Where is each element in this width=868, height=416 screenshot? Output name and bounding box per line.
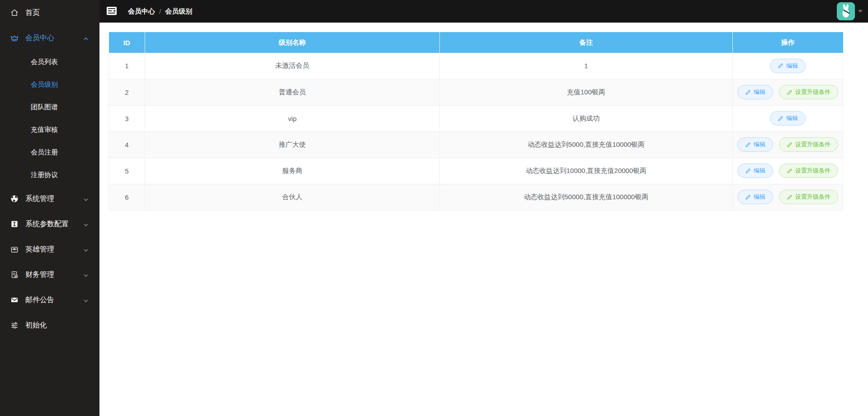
table-row: 3 vip 认购成功 编辑 xyxy=(109,105,843,131)
sidebar-item-label: 会员列表 xyxy=(31,58,58,66)
avatar[interactable] xyxy=(837,2,855,20)
sidebar-item-label: 邮件公告 xyxy=(25,295,54,305)
table-row: 2 普通会员 充值100银两 编辑 设置升级条件 xyxy=(109,79,843,105)
edit-icon xyxy=(745,89,751,95)
edit-icon xyxy=(745,194,751,200)
set-upgrade-condition-button[interactable]: 设置升级条件 xyxy=(779,190,838,204)
sidebar-item-mail-notice[interactable]: 邮件公告 xyxy=(0,287,99,313)
sidebar-item-home[interactable]: 首页 xyxy=(0,0,99,25)
edit-icon xyxy=(787,142,793,148)
sidebar-item-label: 注册协议 xyxy=(31,171,58,179)
mail-icon xyxy=(10,295,19,304)
table-row: 4 推广大使 动态收益达到5000,直接充值10000银两 编辑 设置升级条件 xyxy=(109,131,843,158)
cell-id: 1 xyxy=(109,53,145,79)
dropdown-caret-icon[interactable] xyxy=(858,10,863,13)
set-upgrade-condition-button[interactable]: 设置升级条件 xyxy=(779,164,838,178)
sidebar-item-register-agreement[interactable]: 注册协议 xyxy=(0,164,99,186)
cell-level-name: 合伙人 xyxy=(145,184,440,210)
edit-icon xyxy=(787,194,793,200)
sidebar-item-label: 系统管理 xyxy=(25,194,54,204)
edit-icon xyxy=(745,142,751,148)
sidebar-item-member-center[interactable]: 会员中心 xyxy=(0,25,99,51)
sidebar-item-label: 系统参数配置 xyxy=(25,220,69,229)
edit-icon xyxy=(787,168,793,174)
sidebar-item-system-params[interactable]: 系统参数配置 xyxy=(0,211,99,237)
sidebar-item-finance-management[interactable]: 财务管理 xyxy=(0,262,99,287)
sidebar-item-member-list[interactable]: 会员列表 xyxy=(0,51,99,73)
breadcrumb-item[interactable]: 会员中心 xyxy=(128,7,155,16)
home-icon xyxy=(10,8,19,17)
edit-button[interactable]: 编辑 xyxy=(770,59,806,73)
table-row: 1 未激活会员 1 编辑 xyxy=(109,53,843,79)
column-header-id: ID xyxy=(109,32,145,53)
crown-icon xyxy=(10,33,19,42)
edit-icon xyxy=(787,89,793,95)
edit-icon xyxy=(778,116,783,122)
column-header-actions: 操作 xyxy=(733,32,843,53)
cell-level-name: 未激活会员 xyxy=(145,53,440,79)
cell-remark: 充值100银两 xyxy=(440,79,733,105)
edit-button[interactable]: 编辑 xyxy=(737,137,773,152)
sidebar-item-label: 会员中心 xyxy=(25,33,54,43)
finance-doc-icon xyxy=(10,270,19,279)
sidebar-item-label: 会员级别 xyxy=(31,80,58,89)
globe-icon xyxy=(10,194,19,203)
cell-id: 5 xyxy=(109,158,145,184)
edit-icon xyxy=(778,63,783,69)
sidebar-item-label: 首页 xyxy=(25,8,40,18)
chevron-up-icon xyxy=(83,35,89,41)
sidebar-item-label: 团队图谱 xyxy=(31,103,58,112)
set-upgrade-condition-button[interactable]: 设置升级条件 xyxy=(779,137,838,152)
collapse-menu-icon[interactable] xyxy=(106,6,117,16)
column-header-remark: 备注 xyxy=(440,32,733,53)
cell-remark: 动态收益达到10000,直接充值20000银两 xyxy=(440,158,733,184)
sidebar-item-initialization[interactable]: 初始化 xyxy=(0,313,99,338)
sidebar-item-label: 会员注册 xyxy=(31,148,58,157)
edit-button[interactable]: 编辑 xyxy=(737,164,773,178)
column-header-name: 级别名称 xyxy=(145,32,440,53)
sidebar-item-system-management[interactable]: 系统管理 xyxy=(0,186,99,211)
sidebar-item-label: 充值审核 xyxy=(31,126,58,134)
cell-level-name: 普通会员 xyxy=(145,79,440,105)
sidebar-item-label: 财务管理 xyxy=(25,270,54,280)
cell-remark: 动态收益达到5000,直接充值10000银两 xyxy=(440,131,733,158)
member-levels-table: ID 级别名称 备注 操作 1 未激活会员 1 编辑 2 普通会员 xyxy=(108,32,843,210)
cell-level-name: 服务商 xyxy=(145,158,440,184)
cell-id: 4 xyxy=(109,131,145,158)
sidebar-item-member-register[interactable]: 会员注册 xyxy=(0,141,99,164)
cell-id: 6 xyxy=(109,184,145,210)
chevron-down-icon xyxy=(83,196,89,201)
chevron-down-icon xyxy=(83,247,89,252)
sidebar-item-hero-management[interactable]: 英雄管理 xyxy=(0,237,99,262)
cell-id: 3 xyxy=(109,105,145,131)
breadcrumb-separator: / xyxy=(159,8,161,15)
set-upgrade-condition-button[interactable]: 设置升级条件 xyxy=(779,85,838,99)
sliders-icon xyxy=(10,321,19,330)
chevron-down-icon xyxy=(83,272,89,277)
sidebar-item-label: 初始化 xyxy=(25,321,47,330)
info-square-icon xyxy=(10,220,19,229)
content-area: ID 级别名称 备注 操作 1 未激活会员 1 编辑 2 普通会员 xyxy=(99,23,868,416)
edit-button[interactable]: 编辑 xyxy=(737,190,773,204)
sidebar-item-team-graph[interactable]: 团队图谱 xyxy=(0,96,99,118)
edit-button[interactable]: 编辑 xyxy=(770,111,806,126)
cell-level-name: vip xyxy=(145,105,440,131)
sidebar: 首页 会员中心 会员列表 会员级别 团队图谱 充值审核 会员注册 注册协议 xyxy=(0,0,99,416)
edit-icon xyxy=(745,168,751,174)
topbar: 会员中心 / 会员级别 xyxy=(99,0,868,23)
cell-level-name: 推广大使 xyxy=(145,131,440,158)
table-header-row: ID 级别名称 备注 操作 xyxy=(109,32,843,53)
sidebar-item-member-level[interactable]: 会员级别 xyxy=(0,73,99,96)
sidebar-item-recharge-review[interactable]: 充值审核 xyxy=(0,118,99,141)
edit-button[interactable]: 编辑 xyxy=(737,85,773,99)
cell-id: 2 xyxy=(109,79,145,105)
cell-remark: 认购成功 xyxy=(440,105,733,131)
table-row: 6 合伙人 动态收益达到50000,直接充值100000银两 编辑 设置升级条件 xyxy=(109,184,843,210)
chevron-down-icon xyxy=(83,297,89,303)
chevron-down-icon xyxy=(83,221,89,227)
chest-icon xyxy=(10,245,19,254)
table-row: 5 服务商 动态收益达到10000,直接充值20000银两 编辑 设置升级条件 xyxy=(109,158,843,184)
sidebar-item-label: 英雄管理 xyxy=(25,245,54,254)
breadcrumb-item: 会员级别 xyxy=(165,7,192,16)
breadcrumb: 会员中心 / 会员级别 xyxy=(128,7,192,16)
